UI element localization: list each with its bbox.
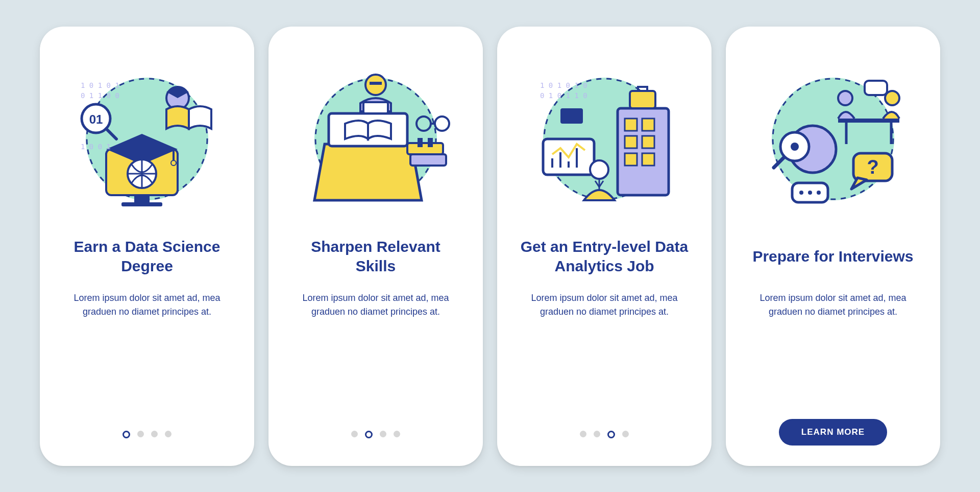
card-body: Lorem ipsum dolor sit amet ad, mea gradu… [65, 291, 229, 320]
svg-rect-6 [173, 149, 175, 161]
learn-more-button[interactable]: LEARN MORE [779, 419, 887, 446]
svg-rect-22 [363, 102, 388, 113]
svg-rect-52 [838, 119, 899, 123]
svg-point-60 [791, 143, 799, 151]
svg-point-28 [435, 116, 449, 131]
dot-4[interactable] [165, 431, 172, 437]
svg-text:0 1 1 0 0: 0 1 1 0 0 [81, 91, 119, 100]
svg-rect-38 [642, 153, 654, 166]
onboarding-card-1: 01 1 0 1 0 1 0 1 1 0 0 1 0 0 1 Earn a Da… [40, 27, 254, 466]
dot-1[interactable] [122, 431, 130, 438]
svg-rect-24 [407, 143, 443, 154]
dot-3[interactable] [380, 431, 386, 437]
svg-text:?: ? [867, 156, 878, 178]
svg-rect-4 [121, 202, 162, 206]
onboarding-card-2: Sharpen Relevant Skills Lorem ipsum dolo… [268, 27, 483, 466]
svg-rect-35 [625, 136, 637, 148]
dot-2[interactable] [594, 431, 600, 437]
pagination-dots [268, 431, 483, 438]
svg-point-66 [799, 191, 803, 195]
svg-rect-21 [370, 82, 382, 85]
svg-rect-36 [642, 136, 654, 148]
svg-text:01: 01 [89, 112, 103, 126]
dot-2[interactable] [365, 431, 373, 438]
card-body: Lorem ipsum dolor sit amet ad, mea gradu… [523, 291, 686, 320]
svg-rect-33 [625, 119, 637, 131]
svg-text:1 0 1 0 1 0: 1 0 1 0 1 0 [540, 81, 587, 89]
dot-3[interactable] [151, 431, 158, 437]
svg-rect-47 [560, 108, 583, 124]
svg-text:1 0 0 1: 1 0 0 1 [81, 143, 111, 151]
dot-4[interactable] [394, 431, 400, 437]
degree-icon: 01 1 0 1 0 1 0 1 1 0 0 1 0 0 1 [65, 57, 229, 221]
svg-point-45 [590, 160, 608, 179]
onboarding-card-3: 1 0 1 0 1 0 0 1 0 1 1 0 Get an Entry-lev… [497, 27, 712, 466]
card-title: Get an Entry-level Data Analytics Job [518, 236, 691, 277]
pagination-dots [497, 431, 712, 438]
card-title: Earn a Data Science Degree [60, 236, 234, 277]
dot-1[interactable] [351, 431, 358, 437]
svg-point-7 [171, 160, 176, 166]
job-icon: 1 0 1 0 1 0 0 1 0 1 1 0 [523, 57, 686, 221]
svg-point-68 [817, 191, 821, 195]
svg-rect-26 [428, 138, 433, 147]
svg-text:1 0 1 0 1: 1 0 1 0 1 [81, 81, 119, 89]
card-title: Prepare for Interviews [752, 236, 913, 277]
card-body: Lorem ipsum dolor sit amet ad, mea gradu… [294, 291, 457, 320]
interview-icon: ? [751, 57, 915, 221]
svg-text:0 1 0 1 1 0: 0 1 0 1 1 0 [540, 91, 587, 100]
svg-rect-23 [410, 154, 446, 166]
skills-icon [294, 57, 457, 221]
dot-3[interactable] [607, 431, 615, 438]
svg-point-67 [808, 191, 812, 195]
svg-rect-57 [865, 81, 887, 95]
dot-2[interactable] [137, 431, 144, 437]
svg-point-55 [838, 91, 852, 105]
onboarding-card-4: ? Prepare for Interviews Lorem ipsum dol… [726, 27, 940, 466]
svg-rect-25 [418, 138, 423, 147]
svg-rect-3 [134, 196, 150, 202]
dot-4[interactable] [622, 431, 629, 437]
pagination-dots [40, 431, 254, 438]
svg-rect-37 [625, 153, 637, 166]
dot-1[interactable] [580, 431, 586, 437]
svg-rect-34 [642, 119, 654, 131]
svg-rect-39 [630, 91, 655, 108]
card-body: Lorem ipsum dolor sit amet ad, mea gradu… [751, 291, 915, 320]
card-title: Sharpen Relevant Skills [289, 236, 462, 277]
